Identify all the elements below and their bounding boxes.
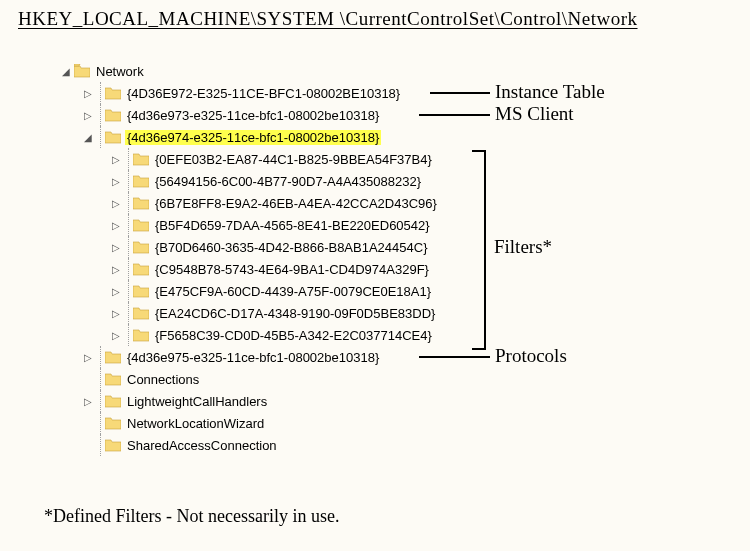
annotation-line: [419, 114, 490, 116]
bracket-icon: [472, 150, 486, 350]
collapse-icon[interactable]: ◢: [82, 132, 94, 143]
tree-node-expanded[interactable]: ◢ {4d36e974-e325-11ce-bfc1-08002be10318}: [60, 126, 439, 148]
folder-icon: [133, 284, 149, 298]
folder-icon: [105, 350, 121, 364]
annotation-ms-client: MS Client: [495, 103, 574, 125]
expand-icon[interactable]: ▷: [82, 110, 94, 121]
folder-icon: [133, 262, 149, 276]
tree-node[interactable]: ▷ {4D36E972-E325-11CE-BFC1-08002BE10318}: [60, 82, 439, 104]
tree-label: {4d36e975-e325-11ce-bfc1-08002be10318}: [125, 350, 381, 365]
tree-label: {0EFE03B2-EA87-44C1-B825-9BBEA54F37B4}: [153, 152, 434, 167]
folder-icon: [133, 218, 149, 232]
registry-tree: ◢ Network ▷ {4D36E972-E325-11CE-BFC1-080…: [60, 60, 439, 456]
folder-icon: [105, 394, 121, 408]
tree-label: {F5658C39-CD0D-45B5-A342-E2C037714CE4}: [153, 328, 434, 343]
folder-icon: [105, 416, 121, 430]
tree-node[interactable]: ▷ Connections: [60, 368, 439, 390]
expand-icon[interactable]: ▷: [110, 242, 122, 253]
expand-icon[interactable]: ▷: [110, 308, 122, 319]
tree-label: {4d36e973-e325-11ce-bfc1-08002be10318}: [125, 108, 381, 123]
tree-label: {B70D6460-3635-4D42-B866-B8AB1A24454C}: [153, 240, 429, 255]
folder-icon: [133, 174, 149, 188]
folder-icon: [133, 328, 149, 342]
tree-node[interactable]: ▷ LightweightCallHandlers: [60, 390, 439, 412]
folder-icon: [105, 130, 121, 144]
tree-label: {C9548B78-5743-4E64-9BA1-CD4D974A329F}: [153, 262, 431, 277]
folder-icon: [133, 196, 149, 210]
tree-child[interactable]: ▷{0EFE03B2-EA87-44C1-B825-9BBEA54F37B4}: [60, 148, 439, 170]
tree-label: LightweightCallHandlers: [125, 394, 269, 409]
folder-icon: [105, 372, 121, 386]
tree-label: SharedAccessConnection: [125, 438, 279, 453]
collapse-icon[interactable]: ◢: [60, 66, 72, 77]
registry-path-title: HKEY_LOCAL_MACHINE\SYSTEM \CurrentContro…: [18, 8, 638, 30]
tree-child[interactable]: ▷{B5F4D659-7DAA-4565-8E41-BE220ED60542}: [60, 214, 439, 236]
tree-label: {EA24CD6C-D17A-4348-9190-09F0D5BE83DD}: [153, 306, 437, 321]
expand-icon[interactable]: ▷: [110, 176, 122, 187]
expand-icon[interactable]: ▷: [110, 264, 122, 275]
expand-icon[interactable]: ▷: [82, 352, 94, 363]
expand-icon[interactable]: ▷: [110, 220, 122, 231]
annotation-instance-table: Instance Table: [495, 81, 605, 103]
tree-label: {B5F4D659-7DAA-4565-8E41-BE220ED60542}: [153, 218, 432, 233]
tree-child[interactable]: ▷{EA24CD6C-D17A-4348-9190-09F0D5BE83DD}: [60, 302, 439, 324]
tree-label: {56494156-6C00-4B77-90D7-A4A435088232}: [153, 174, 423, 189]
tree-child[interactable]: ▷{56494156-6C00-4B77-90D7-A4A435088232}: [60, 170, 439, 192]
expand-icon[interactable]: ▷: [110, 330, 122, 341]
tree-child[interactable]: ▷{B70D6460-3635-4D42-B866-B8AB1A24454C}: [60, 236, 439, 258]
annotation-protocols: Protocols: [495, 345, 567, 367]
tree-child[interactable]: ▷{E475CF9A-60CD-4439-A75F-0079CE0E18A1}: [60, 280, 439, 302]
folder-icon: [133, 306, 149, 320]
expand-icon[interactable]: ▷: [110, 154, 122, 165]
tree-label-highlighted: {4d36e974-e325-11ce-bfc1-08002be10318}: [125, 130, 381, 145]
tree-node[interactable]: ▷ {4d36e973-e325-11ce-bfc1-08002be10318}: [60, 104, 439, 126]
tree-label: {E475CF9A-60CD-4439-A75F-0079CE0E18A1}: [153, 284, 433, 299]
folder-icon: [105, 86, 121, 100]
folder-icon: [133, 240, 149, 254]
tree-label: Connections: [125, 372, 201, 387]
tree-label: {6B7E8FF8-E9A2-46EB-A4EA-42CCA2D43C96}: [153, 196, 439, 211]
annotation-filters: Filters*: [494, 236, 552, 258]
tree-label: Network: [94, 64, 146, 79]
expand-icon[interactable]: ▷: [82, 396, 94, 407]
folder-icon: [74, 64, 90, 78]
expand-icon[interactable]: ▷: [82, 88, 94, 99]
folder-icon: [105, 438, 121, 452]
expand-icon[interactable]: ▷: [110, 198, 122, 209]
tree-node[interactable]: ▷ {4d36e975-e325-11ce-bfc1-08002be10318}: [60, 346, 439, 368]
tree-child[interactable]: ▷{6B7E8FF8-E9A2-46EB-A4EA-42CCA2D43C96}: [60, 192, 439, 214]
footnote: *Defined Filters - Not necessarily in us…: [44, 506, 339, 527]
annotation-line: [419, 356, 490, 358]
tree-node[interactable]: ▷ NetworkLocationWizard: [60, 412, 439, 434]
tree-child[interactable]: ▷{C9548B78-5743-4E64-9BA1-CD4D974A329F}: [60, 258, 439, 280]
tree-child[interactable]: ▷{F5658C39-CD0D-45B5-A342-E2C037714CE4}: [60, 324, 439, 346]
tree-label: {4D36E972-E325-11CE-BFC1-08002BE10318}: [125, 86, 402, 101]
folder-icon: [105, 108, 121, 122]
tree-node[interactable]: ▷ SharedAccessConnection: [60, 434, 439, 456]
folder-icon: [133, 152, 149, 166]
tree-root[interactable]: ◢ Network: [60, 60, 439, 82]
annotation-line: [430, 92, 490, 94]
tree-label: NetworkLocationWizard: [125, 416, 266, 431]
expand-icon[interactable]: ▷: [110, 286, 122, 297]
